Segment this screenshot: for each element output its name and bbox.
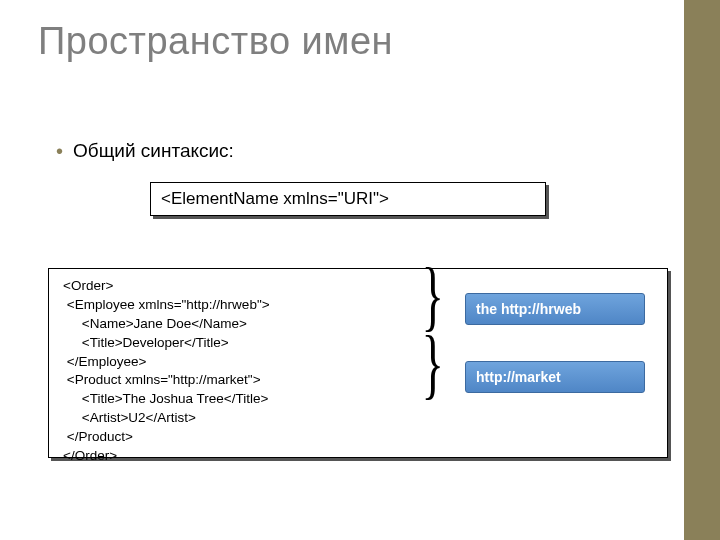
namespace-label-hrweb: the http://hrweb	[465, 293, 645, 325]
syntax-box: <ElementName xmlns="URI">	[150, 182, 546, 216]
label-text: the http://hrweb	[476, 301, 581, 317]
bullet-row: • Общий синтаксис:	[56, 140, 234, 162]
bullet-dot: •	[56, 141, 63, 161]
accent-bar	[684, 0, 720, 540]
code-text: <Order> <Employee xmlns="http://hrweb"> …	[63, 277, 270, 466]
label-text: http://market	[476, 369, 561, 385]
brace-icon: }	[421, 319, 443, 409]
bullet-text: Общий синтаксис:	[73, 140, 234, 162]
namespace-label-market: http://market	[465, 361, 645, 393]
code-example-box: <Order> <Employee xmlns="http://hrweb"> …	[48, 268, 668, 458]
slide-title: Пространство имен	[38, 20, 393, 63]
syntax-text: <ElementName xmlns="URI">	[161, 189, 389, 209]
